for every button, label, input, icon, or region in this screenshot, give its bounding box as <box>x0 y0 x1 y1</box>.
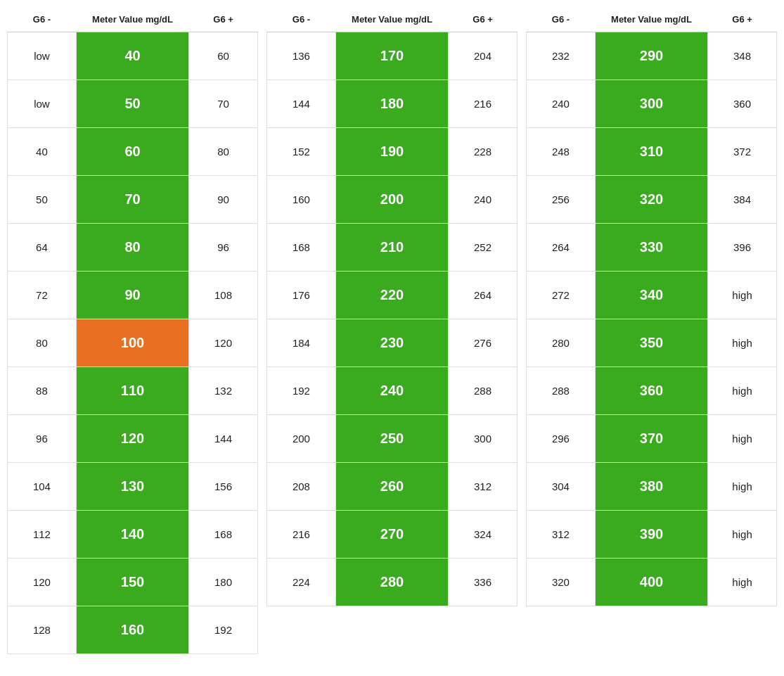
meter-value-cell: 250 <box>335 415 448 463</box>
meter-value-cell: 210 <box>335 224 448 272</box>
g6-minus-cell: 248 <box>527 128 596 176</box>
g6-plus-cell: 348 <box>708 32 777 80</box>
g6-plus-cell: 240 <box>449 176 518 224</box>
meter-value-cell: 340 <box>595 272 707 319</box>
meter-value-cell: 240 <box>335 367 448 415</box>
meter-value-cell: 290 <box>595 32 707 80</box>
g6-plus-cell: 192 <box>189 606 258 654</box>
table-section-1: G6 -Meter Value mg/dLG6 +low4060low50704… <box>7 7 258 654</box>
col-header-0: G6 - <box>8 7 77 32</box>
table-row: 216270324 <box>267 511 518 559</box>
g6-plus-cell: 312 <box>449 463 518 511</box>
meter-value-cell: 110 <box>76 367 188 415</box>
g6-minus-cell: 208 <box>267 463 336 511</box>
g6-minus-cell: 256 <box>527 176 596 224</box>
g6-minus-cell: low <box>8 80 77 128</box>
g6-minus-cell: 216 <box>267 511 336 559</box>
table-row: 280350high <box>527 319 777 367</box>
g6-minus-cell: 120 <box>8 559 77 606</box>
meter-value-cell: 390 <box>595 511 707 559</box>
g6-minus-cell: 320 <box>527 559 596 606</box>
g6-minus-cell: 128 <box>8 606 77 654</box>
g6-plus-cell: 108 <box>189 272 258 319</box>
g6-minus-cell: 296 <box>527 415 596 463</box>
meter-value-cell: 50 <box>76 80 188 128</box>
table-row: 304380high <box>527 463 777 511</box>
g6-minus-cell: 88 <box>8 367 77 415</box>
table-section-3: G6 -Meter Value mg/dLG6 +232290348240300… <box>526 7 777 654</box>
g6-plus-cell: 228 <box>449 128 518 176</box>
table-row: 248310372 <box>527 128 777 176</box>
g6-plus-cell: 252 <box>449 224 518 272</box>
table-row: 144180216 <box>267 80 518 128</box>
table-row: 192240288 <box>267 367 518 415</box>
meter-value-cell: 380 <box>595 463 707 511</box>
g6-plus-cell: 120 <box>189 319 258 367</box>
g6-plus-cell: 80 <box>189 128 258 176</box>
col-header-1: Meter Value mg/dL <box>595 7 707 32</box>
g6-minus-cell: 40 <box>8 128 77 176</box>
meter-value-cell: 370 <box>595 415 707 463</box>
g6-minus-cell: 160 <box>267 176 336 224</box>
table-row: 104130156 <box>8 463 258 511</box>
g6-minus-cell: 240 <box>527 80 596 128</box>
table-row: 507090 <box>8 176 258 224</box>
g6-minus-cell: 80 <box>8 319 77 367</box>
g6-plus-cell: 384 <box>708 176 777 224</box>
g6-plus-cell: high <box>708 367 777 415</box>
meter-value-cell: 140 <box>76 511 188 559</box>
meter-value-cell: 330 <box>595 224 707 272</box>
g6-minus-cell: 232 <box>527 32 596 80</box>
g6-minus-cell: 280 <box>527 319 596 367</box>
table-row: 160200240 <box>267 176 518 224</box>
table-row: low4060 <box>8 32 258 80</box>
data-table-2: G6 -Meter Value mg/dLG6 +136170204144180… <box>266 7 518 606</box>
g6-plus-cell: 360 <box>708 80 777 128</box>
meter-value-cell: 190 <box>335 128 448 176</box>
table-row: 406080 <box>8 128 258 176</box>
g6-plus-cell: 276 <box>449 319 518 367</box>
meter-value-cell: 320 <box>595 176 707 224</box>
table-row: 120150180 <box>8 559 258 606</box>
g6-plus-cell: high <box>708 511 777 559</box>
g6-plus-cell: 132 <box>189 367 258 415</box>
table-row: 80100120 <box>8 319 258 367</box>
meter-value-cell: 300 <box>595 80 707 128</box>
g6-plus-cell: 396 <box>708 224 777 272</box>
meter-value-cell: 260 <box>335 463 448 511</box>
g6-minus-cell: 136 <box>267 32 336 80</box>
g6-minus-cell: 50 <box>8 176 77 224</box>
g6-minus-cell: 152 <box>267 128 336 176</box>
g6-plus-cell: 144 <box>189 415 258 463</box>
g6-minus-cell: 304 <box>527 463 596 511</box>
meter-value-cell: 220 <box>335 272 448 319</box>
table-row: 288360high <box>527 367 777 415</box>
meter-value-cell: 310 <box>595 128 707 176</box>
meter-value-cell: 120 <box>76 415 188 463</box>
col-header-2: G6 + <box>449 7 518 32</box>
table-row: 224280336 <box>267 559 518 606</box>
col-header-2: G6 + <box>189 7 258 32</box>
g6-minus-cell: 272 <box>527 272 596 319</box>
meter-value-cell: 200 <box>335 176 448 224</box>
table-row: 96120144 <box>8 415 258 463</box>
table-row: 208260312 <box>267 463 518 511</box>
g6-plus-cell: 168 <box>189 511 258 559</box>
meter-value-cell: 40 <box>76 32 188 80</box>
g6-minus-cell: 64 <box>8 224 77 272</box>
table-row: 184230276 <box>267 319 518 367</box>
meter-value-cell: 170 <box>335 32 448 80</box>
g6-plus-cell: 288 <box>449 367 518 415</box>
meter-value-cell: 150 <box>76 559 188 606</box>
g6-plus-cell: 300 <box>449 415 518 463</box>
meter-value-cell: 80 <box>76 224 188 272</box>
table-row: 152190228 <box>267 128 518 176</box>
g6-minus-cell: 264 <box>527 224 596 272</box>
table-row: 320400high <box>527 559 777 606</box>
table-row: 312390high <box>527 511 777 559</box>
g6-plus-cell: 336 <box>449 559 518 606</box>
g6-plus-cell: high <box>708 559 777 606</box>
g6-minus-cell: 144 <box>267 80 336 128</box>
table-row: low5070 <box>8 80 258 128</box>
table-row: 176220264 <box>267 272 518 319</box>
